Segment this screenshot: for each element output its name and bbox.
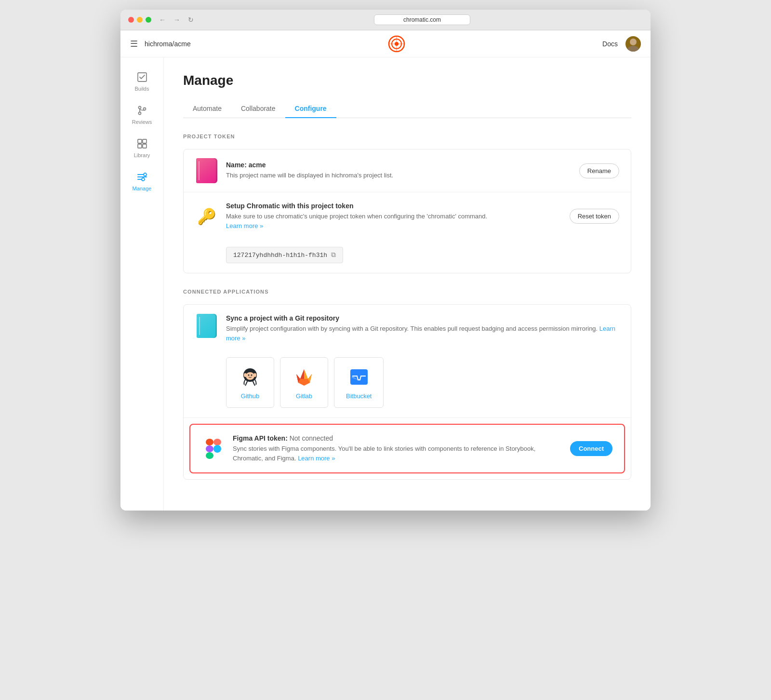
token-text: 127217yhdhhdh-h1h1h-fh31h <box>233 252 327 259</box>
git-branch-icon <box>137 105 147 117</box>
token-row: 🔑 Setup Chromatic with this project toke… <box>184 192 631 273</box>
token-setup-desc: Make sure to use chromatic's unique proj… <box>226 212 562 230</box>
sidebar: Builds Reviews <box>120 57 164 511</box>
tab-automate[interactable]: Automate <box>183 100 231 118</box>
token-value-display: 127217yhdhhdh-h1h1h-fh31h ⧉ <box>226 247 343 263</box>
git-row: Sync a project with a Git repository Sim… <box>184 305 631 418</box>
svg-point-19 <box>144 173 146 176</box>
svg-point-23 <box>246 372 254 380</box>
refresh-button[interactable]: ↻ <box>186 15 196 25</box>
figma-learn-more-link[interactable]: Learn more » <box>298 455 335 462</box>
back-button[interactable]: ← <box>157 15 168 25</box>
figma-row-content: Figma API token: Not connected Sync stor… <box>233 434 562 463</box>
connected-apps-section-title: CONNECTED APPLICATIONS <box>183 289 631 295</box>
top-nav: ☰ hichroma/acme Docs <box>120 30 651 57</box>
svg-rect-14 <box>138 144 142 148</box>
svg-point-5 <box>630 39 637 45</box>
token-learn-more-link[interactable]: Learn more » <box>226 222 263 229</box>
traffic-light-green[interactable] <box>146 17 151 23</box>
main-layout: Builds Reviews <box>120 57 651 511</box>
sidebar-reviews-label: Reviews <box>132 119 152 125</box>
name-row-content: Name: acme This project name will be dis… <box>226 161 572 180</box>
svg-rect-15 <box>143 144 146 148</box>
svg-point-20 <box>142 178 145 181</box>
svg-point-6 <box>627 46 639 52</box>
rename-button[interactable]: Rename <box>579 163 619 178</box>
tab-collaborate[interactable]: Collaborate <box>231 100 285 118</box>
traffic-light-yellow[interactable] <box>137 17 143 23</box>
checkbox-icon <box>137 72 147 84</box>
github-label: Github <box>241 392 259 400</box>
sidebar-item-builds[interactable]: Builds <box>123 67 161 96</box>
figma-desc: Sync stories with Figma components. You'… <box>233 444 562 463</box>
svg-point-8 <box>138 107 141 109</box>
address-bar: chromatic.com <box>201 14 643 25</box>
svg-point-26 <box>244 373 247 377</box>
docs-link[interactable]: Docs <box>602 40 618 48</box>
sidebar-item-manage[interactable]: Manage <box>123 167 161 196</box>
svg-rect-37 <box>206 452 213 459</box>
hamburger-menu[interactable]: ☰ <box>130 39 138 49</box>
svg-marker-29 <box>300 369 304 379</box>
bitbucket-card[interactable]: Bitbucket <box>334 357 384 408</box>
git-icon <box>195 314 218 337</box>
figma-row: Figma API token: Not connected Sync stor… <box>189 424 625 473</box>
figma-icon-container <box>202 437 225 460</box>
github-card[interactable]: Github <box>226 357 274 408</box>
name-row: Name: acme This project name will be dis… <box>184 149 631 192</box>
user-avatar[interactable] <box>625 36 641 52</box>
project-token-card: Name: acme This project name will be dis… <box>183 149 631 273</box>
reset-token-button[interactable]: Reset token <box>570 209 619 224</box>
org-name: hichroma/acme <box>145 40 191 48</box>
gitlab-card[interactable]: Gitlab <box>280 357 328 408</box>
svg-rect-34 <box>206 439 213 445</box>
git-providers: Github <box>226 357 384 408</box>
sidebar-library-label: Library <box>134 152 150 158</box>
reset-token-action: Reset token <box>570 209 619 224</box>
connected-applications-section: CONNECTED APPLICATIONS Sync a project wi… <box>183 289 631 480</box>
forward-button[interactable]: → <box>172 15 182 25</box>
bitbucket-icon <box>347 365 371 389</box>
bitbucket-label: Bitbucket <box>346 392 372 400</box>
connected-apps-card: Sync a project with a Git repository Sim… <box>183 304 631 480</box>
page-title: Manage <box>183 73 631 88</box>
main-content: Manage Automate Collaborate Configure PR… <box>164 57 651 511</box>
github-icon <box>239 365 262 389</box>
svg-rect-36 <box>206 445 213 452</box>
svg-point-9 <box>138 112 141 115</box>
tabs: Automate Collaborate Configure <box>183 100 631 118</box>
git-title: Sync a project with a Git repository <box>226 314 619 322</box>
browser-nav: ← → ↻ <box>157 15 196 25</box>
copy-icon[interactable]: ⧉ <box>331 251 336 259</box>
svg-point-24 <box>248 375 250 376</box>
gitlab-icon <box>292 365 316 389</box>
traffic-light-red[interactable] <box>128 17 134 23</box>
svg-marker-30 <box>304 369 308 379</box>
book-icon <box>195 159 218 182</box>
sidebar-item-reviews[interactable]: Reviews <box>123 100 161 130</box>
chromatic-logo <box>388 35 405 53</box>
manage-icon <box>137 172 147 184</box>
grid-icon <box>137 138 147 150</box>
git-row-content: Sync a project with a Git repository Sim… <box>226 314 619 343</box>
figma-title: Figma API token: Not connected <box>233 434 562 442</box>
connect-button[interactable]: Connect <box>570 441 612 456</box>
token-row-content: Setup Chromatic with this project token … <box>226 202 562 230</box>
sidebar-manage-label: Manage <box>133 186 152 191</box>
token-setup-title: Setup Chromatic with this project token <box>226 202 562 210</box>
figma-status: Not connected <box>290 434 333 442</box>
svg-rect-35 <box>213 439 221 445</box>
project-name-title: Name: acme <box>226 161 572 169</box>
rename-action: Rename <box>579 163 619 178</box>
sidebar-item-library[interactable]: Library <box>123 134 161 163</box>
sidebar-builds-label: Builds <box>135 86 149 92</box>
svg-point-27 <box>253 373 256 377</box>
tab-configure[interactable]: Configure <box>285 100 336 118</box>
top-nav-center <box>191 35 602 53</box>
gitlab-label: Gitlab <box>296 392 312 400</box>
svg-point-38 <box>213 445 221 453</box>
svg-point-25 <box>251 375 253 376</box>
figma-connect-action: Connect <box>570 441 612 456</box>
url-display[interactable]: chromatic.com <box>374 14 470 25</box>
svg-rect-13 <box>143 139 146 143</box>
